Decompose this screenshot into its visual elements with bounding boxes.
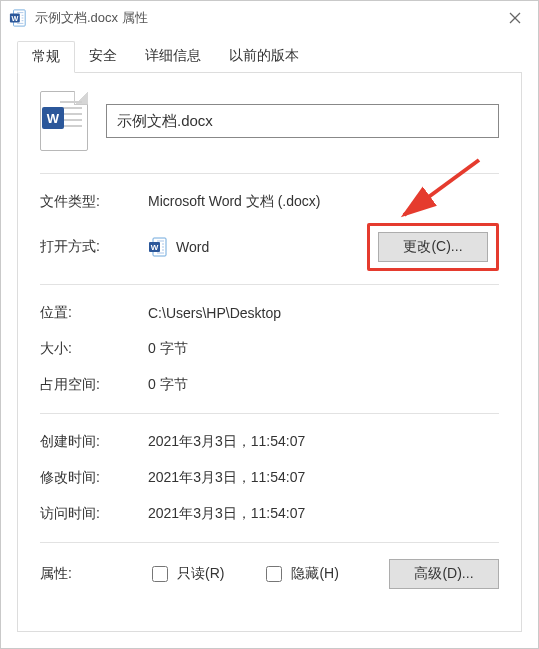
row-attributes: 属性: 只读(R) 隐藏(H) 高级(D)...	[40, 553, 499, 595]
word-app-icon: W	[148, 237, 168, 257]
row-size: 大小: 0 字节	[40, 331, 499, 367]
advanced-button[interactable]: 高级(D)...	[389, 559, 499, 589]
modified-label: 修改时间:	[40, 469, 148, 487]
created-value: 2021年3月3日，11:54:07	[148, 433, 305, 451]
tab-general[interactable]: 常规	[17, 41, 75, 73]
filename-input[interactable]	[106, 104, 499, 138]
row-opens-with: 打开方式: W Word 更改(C)...	[40, 220, 499, 274]
tab-details[interactable]: 详细信息	[131, 41, 215, 73]
readonly-checkbox[interactable]	[152, 566, 168, 582]
window-title: 示例文档.docx 属性	[35, 9, 148, 27]
separator	[40, 284, 499, 285]
tab-security-label: 安全	[89, 47, 117, 63]
disk-value: 0 字节	[148, 376, 188, 394]
properties-window: W 示例文档.docx 属性 常规 安全 详细信息 以前的版本	[0, 0, 539, 649]
opens-with-label: 打开方式:	[40, 238, 148, 256]
opens-with-value: Word	[176, 239, 209, 255]
general-panel: W 文件类型: Microsoft Word 文档 (.docx) 打开方式: …	[17, 73, 522, 632]
separator	[40, 413, 499, 414]
word-icon: W	[9, 9, 27, 27]
change-button[interactable]: 更改(C)...	[378, 232, 488, 262]
title-bar: W 示例文档.docx 属性	[1, 1, 538, 35]
file-type-label: 文件类型:	[40, 193, 148, 211]
word-badge-icon: W	[42, 107, 64, 129]
close-button[interactable]	[492, 1, 538, 35]
hidden-label: 隐藏(H)	[291, 565, 338, 583]
document-icon: W	[40, 91, 88, 151]
accessed-value: 2021年3月3日，11:54:07	[148, 505, 305, 523]
row-file-type: 文件类型: Microsoft Word 文档 (.docx)	[40, 184, 499, 220]
tab-previous-versions[interactable]: 以前的版本	[215, 41, 313, 73]
accessed-label: 访问时间:	[40, 505, 148, 523]
row-disk: 占用空间: 0 字节	[40, 367, 499, 403]
created-label: 创建时间:	[40, 433, 148, 451]
svg-text:W: W	[11, 14, 18, 23]
file-type-value: Microsoft Word 文档 (.docx)	[148, 193, 320, 211]
size-label: 大小:	[40, 340, 148, 358]
row-location: 位置: C:\Users\HP\Desktop	[40, 295, 499, 331]
hidden-checkbox[interactable]	[266, 566, 282, 582]
separator	[40, 173, 499, 174]
modified-value: 2021年3月3日，11:54:07	[148, 469, 305, 487]
row-modified: 修改时间: 2021年3月3日，11:54:07	[40, 460, 499, 496]
close-icon	[509, 12, 521, 24]
tab-details-label: 详细信息	[145, 47, 201, 63]
svg-text:W: W	[151, 243, 159, 252]
tab-previous-label: 以前的版本	[229, 47, 299, 63]
row-created: 创建时间: 2021年3月3日，11:54:07	[40, 424, 499, 460]
file-header: W	[40, 91, 499, 151]
location-value: C:\Users\HP\Desktop	[148, 305, 281, 321]
hidden-check[interactable]: 隐藏(H)	[262, 563, 338, 585]
tab-strip: 常规 安全 详细信息 以前的版本	[1, 35, 538, 73]
tab-security[interactable]: 安全	[75, 41, 131, 73]
location-label: 位置:	[40, 304, 148, 322]
tab-general-label: 常规	[32, 48, 60, 64]
size-value: 0 字节	[148, 340, 188, 358]
row-accessed: 访问时间: 2021年3月3日，11:54:07	[40, 496, 499, 532]
separator	[40, 542, 499, 543]
readonly-label: 只读(R)	[177, 565, 224, 583]
readonly-check[interactable]: 只读(R)	[148, 563, 224, 585]
change-button-highlight: 更改(C)...	[367, 223, 499, 271]
disk-label: 占用空间:	[40, 376, 148, 394]
attributes-label: 属性:	[40, 565, 148, 583]
